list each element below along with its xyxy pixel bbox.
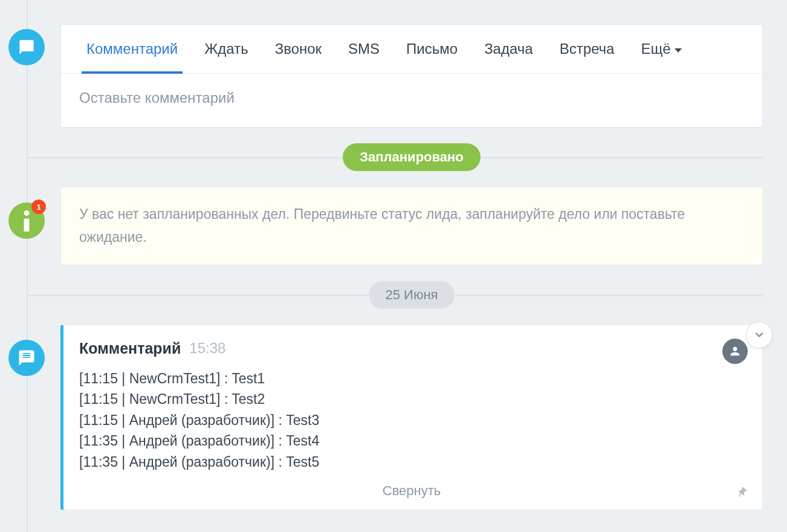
tab-more-label: Ещё	[641, 41, 670, 57]
divider-date: 25 Июня	[60, 280, 763, 310]
tab-comment[interactable]: Комментарий	[73, 25, 191, 73]
comment-title: Комментарий	[79, 340, 181, 357]
scroll-down-button[interactable]	[746, 322, 772, 348]
comment-input[interactable]: Оставьте комментарий	[61, 74, 762, 127]
tab-more[interactable]: Ещё	[627, 25, 695, 73]
chevron-down-icon	[753, 329, 765, 341]
timeline-bubble-message	[8, 340, 45, 376]
status-planned-badge: Запланировано	[343, 143, 480, 171]
comment-line: [11:15 | Андрей (разработчик)] : Test3	[79, 410, 744, 431]
comment-line: [11:35 | Андрей (разработчик)] : Test5	[79, 452, 744, 473]
timeline-bubble-comment	[8, 29, 45, 65]
person-icon	[728, 345, 742, 358]
comment-body: [11:15 | NewCrmTest1] : Test1 [11:15 | N…	[79, 368, 744, 473]
action-card: Комментарий Ждать Звонок SMS Письмо Зада…	[60, 24, 763, 128]
date-badge: 25 Июня	[369, 281, 455, 309]
comment-header: Комментарий 15:38	[79, 340, 744, 357]
timeline-line	[27, 0, 28, 532]
tab-sms[interactable]: SMS	[335, 25, 393, 73]
divider-planned: Запланировано	[60, 142, 763, 172]
info-message-text: У вас нет запланированных дел. Передвинь…	[79, 206, 685, 245]
notification-badge: 1	[31, 199, 46, 214]
chat-icon	[18, 39, 36, 56]
comment-line: [11:15 | NewCrmTest1] : Test2	[79, 389, 744, 410]
main-content: Комментарий Ждать Звонок SMS Письмо Зада…	[60, 0, 763, 510]
avatar[interactable]	[722, 339, 748, 364]
tab-mail[interactable]: Письмо	[393, 25, 471, 73]
info-card: У вас нет запланированных дел. Передвинь…	[60, 187, 763, 265]
pin-button[interactable]	[736, 487, 748, 499]
comment-line: [11:15 | NewCrmTest1] : Test1	[79, 368, 744, 389]
tab-meeting[interactable]: Встреча	[546, 25, 628, 73]
tab-call[interactable]: Звонок	[262, 25, 335, 73]
tab-task[interactable]: Задача	[471, 25, 546, 73]
tabs-bar: Комментарий Ждать Звонок SMS Письмо Зада…	[61, 25, 762, 74]
info-icon	[22, 210, 31, 232]
comment-placeholder: Оставьте комментарий	[79, 89, 235, 106]
comment-line: [11:35 | Андрей (разработчик)] : Test4	[79, 430, 744, 452]
svg-rect-1	[24, 218, 30, 232]
pin-icon	[736, 487, 748, 499]
svg-point-0	[24, 210, 30, 216]
comment-time: 15:38	[189, 340, 225, 357]
timeline-bubble-info: 1	[8, 203, 45, 239]
chevron-down-icon	[675, 48, 682, 53]
comment-card: Комментарий 15:38 [11:15 | NewCrmTest1] …	[60, 325, 763, 511]
message-lines-icon	[17, 349, 36, 367]
collapse-button[interactable]: Свернуть	[79, 483, 744, 499]
tab-wait[interactable]: Ждать	[191, 25, 261, 73]
